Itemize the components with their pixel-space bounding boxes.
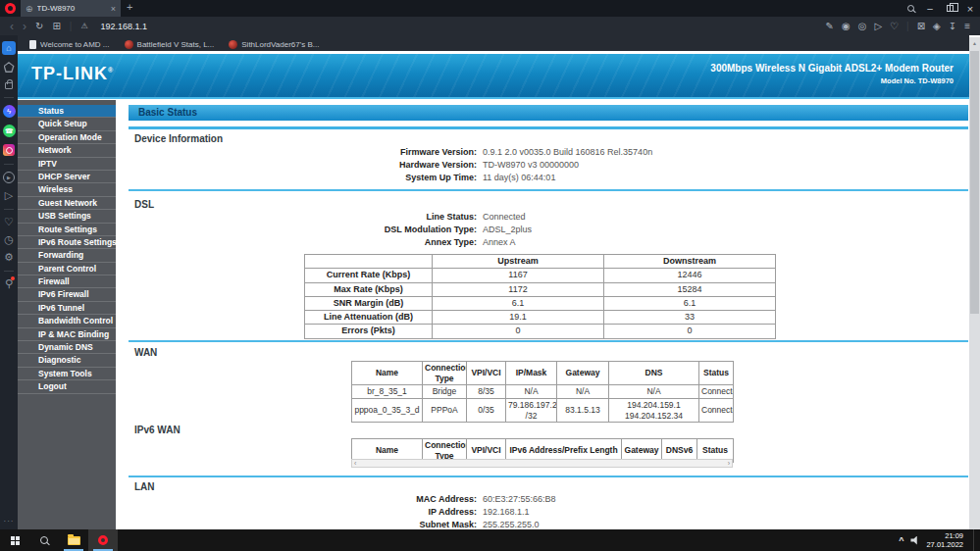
history-clock-icon[interactable]: ◷ (4, 234, 14, 245)
sidebar-item-firewall[interactable]: Firewall (18, 276, 116, 288)
sidebar-item-usb-settings[interactable]: USB Settings (18, 210, 116, 223)
router-page: TP-LINK® 300Mbps Wireless N Gigabit ADSL… (18, 51, 969, 529)
sidebar-item-dynamic-dns[interactable]: Dynamic DNS (18, 341, 116, 354)
scroll-up-icon[interactable]: ▲ (969, 37, 980, 49)
favorites-heart-icon[interactable]: ♡ (890, 22, 899, 31)
sidebar-item-ipv6-route-settings[interactable]: IPv6 Route Settings (18, 236, 116, 249)
model-number: Model No. TD-W8970 (710, 76, 954, 85)
column-header: VPI/VCI (467, 362, 506, 385)
sidebar-item-status[interactable]: Status (18, 105, 116, 118)
shopping-icon[interactable] (5, 82, 13, 89)
sidebar-item-parent-control[interactable]: Parent Control (18, 263, 116, 276)
info-row: Firmware Version: 0.9.1 2.0 v0035.0 Buil… (129, 147, 874, 158)
file-explorer-button[interactable] (59, 529, 88, 551)
tab-close-icon[interactable]: × (111, 4, 116, 14)
whatsapp-icon[interactable]: ☎ (3, 125, 16, 137)
instagram-icon[interactable] (3, 144, 15, 156)
url-field[interactable]: 192.168.1.1 (101, 22, 148, 31)
dsl-stats-table: Upstream Downstream Current Rate (Kbps) … (304, 254, 776, 339)
opera-menu-button[interactable] (5, 3, 16, 14)
my-flow-icon[interactable]: ▷ (874, 22, 882, 31)
speed-dial-icon[interactable]: ⊞ (52, 22, 60, 31)
sidebar-item-system-tools[interactable]: System Tools (18, 368, 116, 380)
info-row: Annex Type: Annex A (129, 237, 874, 248)
player-icon[interactable]: ▶ (3, 172, 15, 183)
show-desktop-button[interactable] (973, 529, 976, 551)
table-row: Line Attenuation (dB) 19.1 33 (305, 311, 776, 325)
browser-tab[interactable]: ⊕ TD-W8970 × (21, 0, 121, 17)
badge-icon[interactable]: ◎ (858, 22, 867, 31)
bookmarks-heart-icon[interactable]: ♡ (4, 217, 14, 227)
toolbar-separator: | (906, 21, 909, 31)
column-header: Status (699, 362, 734, 385)
taskbar-search-button[interactable] (29, 529, 59, 551)
speaker-icon[interactable] (910, 536, 919, 545)
forward-icon[interactable]: › (23, 21, 26, 32)
clock-time: 21:09 (926, 531, 963, 540)
router-nav-menu: Status Quick Setup Operation Mode Networ… (18, 100, 116, 529)
field-label: Hardware Version: (129, 160, 477, 171)
bookmark-label: SithLordVader67's B... (241, 40, 319, 49)
info-row: MAC Address: 60:E3:27:55:66:B8 (129, 494, 874, 505)
new-tab-button[interactable]: + (127, 1, 132, 13)
settings-gear-icon[interactable]: ⚙ (4, 252, 14, 263)
downloads-icon[interactable]: ↧ (949, 22, 956, 31)
scroll-left-icon[interactable]: ‹ (354, 460, 356, 467)
browser-menu-icon[interactable]: ≡ (964, 22, 970, 31)
field-value: Connected (483, 212, 526, 223)
scrollbar-thumb[interactable] (970, 51, 979, 314)
sidebar-setup-icon[interactable]: ··· (4, 517, 15, 526)
minimize-button[interactable]: – (920, 0, 940, 17)
page-title: Basic Status (129, 105, 968, 121)
sidebar-item-forwarding[interactable]: Forwarding (18, 249, 116, 262)
opera-taskbar-button[interactable] (88, 529, 118, 551)
sidebar-item-operation-mode[interactable]: Operation Mode (18, 131, 116, 144)
magnifier-glyph (907, 5, 914, 12)
speed-dial-home-icon[interactable]: ⌂ (2, 41, 16, 55)
sidebar-item-ipv6-tunnel[interactable]: IPv6 Tunnel (18, 302, 116, 315)
tray-chevron-up-icon[interactable]: ^ (899, 535, 903, 545)
sidebar-item-ip-mac-binding[interactable]: IP & MAC Binding (18, 328, 116, 341)
extensions-icon[interactable]: ⊠ (917, 22, 925, 31)
field-label: IP Address: (129, 507, 477, 518)
back-icon[interactable]: ‹ (10, 21, 14, 32)
site-security-icon[interactable]: ⚠ (80, 22, 87, 30)
sidebar-item-bandwidth-control[interactable]: Bandwidth Control (18, 315, 116, 327)
pentagon-icon[interactable] (4, 62, 15, 73)
restore-button[interactable] (940, 0, 959, 17)
bookmark-item[interactable]: SithLordVader67's B... (229, 40, 319, 49)
search-icon[interactable] (901, 0, 920, 17)
sidebar-item-logout[interactable]: Logout (18, 380, 116, 393)
reload-icon[interactable]: ↻ (35, 22, 43, 31)
sidebar-item-guest-network[interactable]: Guest Network (18, 197, 116, 210)
send-to-device-icon[interactable]: ▷ (5, 190, 13, 201)
section-title-device-information: Device Information (134, 133, 223, 144)
snapshot-icon[interactable]: ◉ (842, 22, 851, 31)
taskbar-clock[interactable]: 21:09 27.01.2022 (926, 531, 966, 549)
share-icon[interactable]: ✎ (826, 22, 834, 31)
messenger-icon[interactable]: ϟ (3, 105, 16, 118)
sidebar-item-iptv[interactable]: IPTV (18, 158, 116, 171)
sidebar-item-quick-setup[interactable]: Quick Setup (18, 118, 116, 130)
start-button[interactable] (0, 529, 29, 551)
sidebar-item-route-settings[interactable]: Route Settings (18, 224, 116, 236)
bookmark-item[interactable]: Battlefield V Stats, L... (125, 40, 215, 49)
bookmark-label: Welcome to AMD ... (40, 40, 110, 49)
field-value: 0.9.1 2.0 v0035.0 Build 160816 Rel.35740… (483, 147, 652, 158)
tplink-header-banner: TP-LINK® 300Mbps Wireless N Gigabit ADSL… (18, 54, 969, 97)
sidebar-item-dhcp-server[interactable]: DHCP Server (18, 171, 116, 183)
sidebar-item-ipv6-firewall[interactable]: IPv6 Firewall (18, 288, 116, 301)
column-header: Name (352, 362, 423, 385)
sidebar-item-wireless[interactable]: Wireless (18, 183, 116, 196)
close-button[interactable]: × (960, 0, 980, 17)
pinboard-icon[interactable]: ⚲ (5, 278, 13, 289)
horizontal-scrollbar[interactable]: ‹ › (351, 459, 733, 468)
vertical-scrollbar[interactable]: ▲ (969, 37, 980, 529)
wallet-icon[interactable]: ◈ (933, 22, 941, 31)
scroll-right-icon[interactable]: › (728, 460, 730, 467)
column-header: IP/Mask (506, 362, 557, 385)
bookmark-item[interactable]: Welcome to AMD ... (29, 40, 110, 49)
sidebar-item-diagnostic[interactable]: Diagnostic (18, 354, 116, 367)
section-title-dsl: DSL (134, 199, 154, 210)
sidebar-item-network[interactable]: Network (18, 144, 116, 157)
